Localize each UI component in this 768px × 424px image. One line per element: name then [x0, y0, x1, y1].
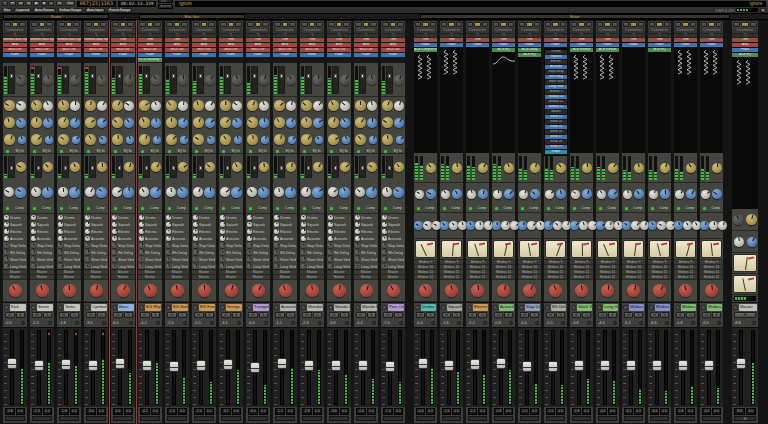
mute-button[interactable]: M [650, 312, 659, 318]
processor-row[interactable]: ACE EQ [518, 53, 541, 57]
eq-in-led[interactable] [60, 150, 63, 153]
eq-filter-knob[interactable] [16, 118, 26, 128]
send-knob[interactable] [382, 250, 387, 255]
mute-button[interactable]: M [572, 312, 581, 318]
record-enable-button[interactable] [147, 22, 154, 27]
output-assign-button[interactable]: St [734, 416, 756, 421]
processor-row[interactable]: Fader [381, 53, 405, 57]
eq-filter-knob[interactable] [394, 118, 404, 128]
mini-fader[interactable] [386, 66, 393, 94]
input-button[interactable] [441, 22, 447, 27]
send-knob[interactable] [220, 243, 225, 248]
output-button[interactable] [127, 22, 134, 27]
master-makeup-knob[interactable] [734, 237, 744, 247]
send-knob[interactable] [139, 243, 144, 248]
send-row[interactable]: Acoustic [273, 235, 297, 242]
automation-button[interactable] [345, 321, 349, 325]
processor-row[interactable]: Trim [440, 38, 463, 42]
eq-mid-knob[interactable] [166, 117, 177, 128]
fader-handle[interactable] [385, 361, 395, 372]
fader-handle[interactable] [61, 359, 71, 370]
output-button[interactable] [586, 22, 592, 27]
send-knob[interactable] [4, 243, 9, 248]
gain-readout[interactable]: -5.0 [520, 408, 529, 415]
solo-button[interactable]: S [556, 312, 565, 318]
send-row[interactable]: Long Verb [111, 263, 135, 270]
record-enable-button[interactable] [390, 22, 397, 27]
send-knob[interactable] [112, 222, 117, 227]
output-button[interactable] [690, 22, 696, 27]
record-enable-button[interactable] [741, 22, 748, 27]
processor-row[interactable]: Trim [674, 38, 697, 42]
pan-knob[interactable] [575, 284, 588, 297]
output-button[interactable] [750, 22, 757, 27]
eq-mid-knob[interactable] [112, 117, 123, 128]
peak-readout[interactable]: 0.0 [634, 408, 643, 415]
send-row[interactable]: Squash [300, 221, 324, 228]
eq-mid-knob[interactable] [328, 117, 339, 128]
mini-fader[interactable] [386, 156, 393, 178]
send-knob[interactable] [166, 215, 171, 220]
trim-knob[interactable] [43, 75, 53, 85]
output-assign-button[interactable]: - [86, 416, 106, 421]
automation-button[interactable] [399, 321, 403, 325]
trim-knob[interactable] [634, 163, 644, 173]
gain-display[interactable]: -5.5 [546, 321, 553, 325]
hpf-knob[interactable] [153, 136, 161, 144]
comp-speed-knob[interactable] [301, 187, 311, 197]
mini-fader[interactable] [143, 156, 150, 178]
record-enable-button[interactable] [66, 22, 73, 27]
send-row[interactable]: Short Verb [165, 256, 189, 263]
send-knob[interactable] [220, 229, 225, 234]
trim-knob[interactable] [259, 75, 269, 85]
eq-filter-knob[interactable] [151, 118, 161, 128]
pan-knob[interactable] [549, 284, 562, 297]
comp-in-led[interactable] [651, 207, 654, 210]
automation-button[interactable] [48, 321, 52, 325]
eq-filter-knob[interactable] [232, 118, 242, 128]
send-row[interactable]: Acoustic [381, 235, 405, 242]
send-knob[interactable] [112, 264, 117, 269]
solo-button[interactable]: S [608, 312, 617, 318]
solo-button[interactable]: S [178, 312, 188, 318]
processor-row[interactable]: Fader [327, 53, 351, 57]
input-button[interactable] [467, 22, 473, 27]
gain-display[interactable]: -7.0 [383, 321, 390, 325]
input-button[interactable] [58, 22, 65, 27]
send-knob[interactable] [166, 222, 171, 227]
automation-button[interactable] [291, 321, 295, 325]
solo-button[interactable]: S [634, 312, 643, 318]
tone-lo-knob[interactable] [622, 221, 631, 230]
send-knob[interactable] [31, 250, 36, 255]
gain-display[interactable]: -5.8 [676, 321, 683, 325]
mute-button[interactable]: M [416, 312, 425, 318]
send-row[interactable]: Long Verb [165, 263, 189, 270]
peak-readout[interactable]: 0.0 [367, 408, 377, 415]
input-button[interactable] [623, 22, 629, 27]
fader-handle[interactable] [496, 358, 506, 369]
comp-attack-knob[interactable] [467, 190, 476, 199]
processor-row[interactable]: Trim [111, 38, 135, 42]
comp-mode-knob[interactable] [15, 187, 26, 198]
master-threshold-knob[interactable] [746, 214, 757, 225]
send-row[interactable]: Drums [246, 214, 270, 221]
send-knob[interactable] [193, 236, 198, 241]
tone-lo-knob[interactable] [570, 221, 579, 230]
eq-freq-knob[interactable] [394, 101, 404, 111]
trim-knob[interactable] [660, 163, 670, 173]
send-knob[interactable] [355, 250, 360, 255]
processor-row[interactable]: Trim [219, 38, 243, 42]
send-row[interactable]: 8th Delay [3, 249, 27, 256]
peak-readout[interactable]: 0.0 [660, 408, 669, 415]
send-row[interactable]: Slap Delay [57, 242, 81, 249]
send-knob[interactable] [328, 243, 333, 248]
gain-readout[interactable]: -8.8 [734, 408, 745, 415]
comp-threshold-knob[interactable] [259, 162, 269, 172]
processor-row[interactable]: MIDI Out [273, 48, 297, 52]
send-knob[interactable] [328, 236, 333, 241]
processor-row[interactable]: MIDI Out [84, 48, 108, 52]
eq-lo-knob[interactable] [58, 134, 69, 145]
eq-freq-knob[interactable] [151, 101, 161, 111]
tone-lo-knob[interactable] [440, 221, 449, 230]
processor-menu-item[interactable]: Send 15 [545, 125, 567, 129]
